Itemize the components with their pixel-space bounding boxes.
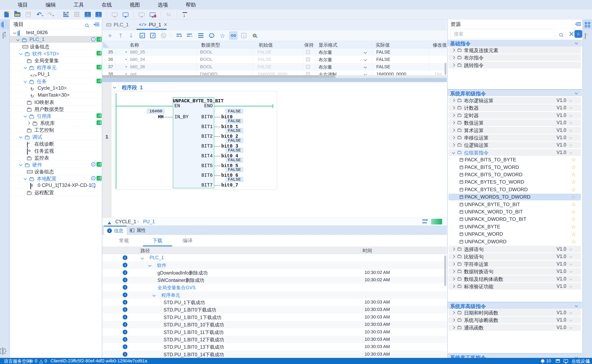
notifications-bell-icon[interactable] <box>541 359 544 362</box>
tree-item[interactable]: ↻MainTask<30> <box>10 91 102 98</box>
tree-item[interactable]: 程序单元✓ <box>10 64 102 71</box>
expand-icon[interactable] <box>452 99 455 102</box>
resource-function[interactable]: PACK_BITS_TO_BYTE☆ <box>448 156 581 163</box>
collapse-icon[interactable] <box>24 177 27 180</box>
project-search-button[interactable] <box>85 22 88 28</box>
menu-item[interactable]: 在线 <box>98 1 116 8</box>
chevron-down-icon[interactable] <box>569 318 572 322</box>
chevron-down-icon[interactable] <box>569 106 572 109</box>
tree-item[interactable]: 0 CPU_1[T324-XP-CD-10]✓ <box>10 182 102 189</box>
col-name[interactable]: 名称 <box>130 42 139 48</box>
tree-item[interactable]: 引用库✓ <box>10 112 102 119</box>
tree-item[interactable]: 本地配置✓✓ <box>10 175 102 182</box>
expand-icon[interactable] <box>452 318 455 322</box>
expand-icon[interactable] <box>452 326 455 329</box>
expand-icon[interactable] <box>452 136 455 139</box>
chevron-down-icon[interactable] <box>364 51 367 54</box>
expand-icon[interactable] <box>452 49 455 52</box>
tree-item[interactable]: test_0826 <box>10 29 102 36</box>
swap-view-icon[interactable] <box>422 219 428 224</box>
tree-item[interactable]: 全局变量集 <box>10 57 102 64</box>
resource-folder[interactable]: 比较语句V1.0 <box>448 253 581 260</box>
display-format-select[interactable]: 布尔量 <box>319 49 332 56</box>
chevron-down-icon[interactable] <box>575 41 578 45</box>
variable-init-value[interactable]: FALSE <box>258 49 271 55</box>
collapse-icon[interactable] <box>153 293 156 297</box>
resource-folder[interactable]: 日期和时间函数V1.0 <box>448 309 581 316</box>
tree-item[interactable]: 在线诊断 <box>10 140 102 147</box>
log-scrollbar-thumb[interactable] <box>444 255 446 286</box>
col-retain[interactable]: 保持 <box>304 42 314 48</box>
chevron-down-icon[interactable] <box>575 304 578 307</box>
favorite-star-icon[interactable]: ☆ <box>571 194 576 200</box>
col-modify[interactable]: 修改值 <box>433 42 447 48</box>
insert-row-button[interactable]: + <box>175 31 183 40</box>
tree-item[interactable]: IIOO设备组态 <box>10 43 102 50</box>
log-row[interactable]: iSTD.PU_1.BIT0_11下载成功10:30:03 AM <box>102 328 447 336</box>
resource-function[interactable]: PACK_BITS_TO_WORD☆ <box>448 164 581 171</box>
resource-function[interactable]: PACK_BYTES_TO_DWORD☆ <box>448 186 581 193</box>
variable-type[interactable]: BOOL <box>200 57 213 62</box>
expand-icon[interactable] <box>452 121 455 124</box>
log-row[interactable]: iSTD.PU_1.BIT0_12下载成功10:30:03 AM <box>102 336 447 343</box>
chevron-down-icon[interactable] <box>575 91 578 95</box>
favorite-star-icon[interactable]: ☆ <box>571 156 576 163</box>
tree-item[interactable]: </>PU_1 <box>10 71 102 78</box>
zoom-search-button[interactable] <box>250 31 259 40</box>
chevron-down-icon[interactable] <box>569 151 572 154</box>
tree-item[interactable]: 硬件✓✓ <box>10 161 102 168</box>
move-up-button[interactable]: ↑ <box>116 31 125 40</box>
resource-folder[interactable]: 通讯函数V1.0 <box>448 324 581 331</box>
tree-item[interactable]: ↻Cycle_1<10> <box>10 84 102 91</box>
menu-item[interactable]: 视图 <box>126 1 144 8</box>
switch-button[interactable]: ⇆ <box>165 11 172 18</box>
variable-type[interactable]: BOOL <box>200 49 213 55</box>
tree-item[interactable]: 软件 <STD>✓ <box>10 50 102 57</box>
resource-folder[interactable]: 数值运算V1.0 <box>448 119 581 126</box>
log-row[interactable]: iPLC_1 <box>102 254 447 261</box>
display-format-select[interactable]: 布尔量 <box>319 57 332 63</box>
tree-item[interactable]: 用户数据类型 <box>10 105 102 112</box>
variable-row[interactable]: 36•bit0_34BOOLFALSE布尔量FALSE <box>102 56 447 63</box>
chevron-down-icon[interactable] <box>569 247 572 251</box>
collapse-icon[interactable] <box>452 151 455 154</box>
favorite-star-icon[interactable]: ☆ <box>571 186 576 193</box>
favorite-star-icon[interactable]: ☆ <box>571 223 576 230</box>
chevron-down-icon[interactable] <box>569 114 572 117</box>
tab-plc-1[interactable]: IIOO PLC_1 <box>106 20 129 30</box>
collapse-icon[interactable] <box>148 264 152 267</box>
chevron-down-icon[interactable] <box>569 136 572 139</box>
subtab-download[interactable]: 下载 <box>153 237 162 244</box>
tab-pu-1[interactable]: </> PU_1 ✕ <box>139 20 167 30</box>
resource-folder[interactable]: 算术运算V1.0 <box>448 127 581 134</box>
project-explorer-button[interactable] <box>3 22 3 28</box>
resource-library-button[interactable] <box>585 22 590 27</box>
resource-folder[interactable]: 数组及结构体函数V1.0 <box>448 276 581 282</box>
variable-init-value[interactable]: FALSE <box>258 57 271 62</box>
variable-name[interactable]: bit0_35 <box>130 49 145 55</box>
download-block-button[interactable]: ↓ <box>239 31 248 40</box>
chevron-down-icon[interactable] <box>569 128 572 131</box>
chevron-down-icon[interactable] <box>569 311 572 314</box>
table-corner-icon[interactable] <box>103 42 109 48</box>
expand-icon[interactable] <box>452 311 455 314</box>
horizontal-scrollbar-thumb[interactable] <box>102 75 335 78</box>
log-row[interactable]: iSTD.PU_1.BIT0_13下载成功10:30:03 AM <box>102 343 447 351</box>
resource-folder[interactable]: 常规及连接元素 <box>448 47 581 53</box>
menu-item[interactable]: 帮助 <box>182 1 200 8</box>
device-monitor-stop-button[interactable] <box>149 11 156 18</box>
subtab-general[interactable]: 常规 <box>119 237 129 244</box>
collapse-icon[interactable] <box>24 80 27 83</box>
retain-checkbox[interactable] <box>306 57 310 61</box>
retain-checkbox[interactable] <box>306 65 310 69</box>
resource-folder[interactable]: 跳转指令 <box>448 62 581 68</box>
vertical-scrollbar-thumb[interactable] <box>445 63 446 75</box>
col-path[interactable]: 路径 <box>140 247 150 254</box>
download-to-plc-button[interactable]: IIOO <box>84 11 91 18</box>
log-row[interactable]: i全局变量集合GVS <box>102 284 447 291</box>
resource-function[interactable]: UNPACK_WORD_TO_BIT☆ <box>448 208 581 215</box>
resource-search-input[interactable] <box>451 30 554 38</box>
collapse-icon[interactable] <box>141 256 144 260</box>
export-button[interactable]: ↗ <box>148 31 157 40</box>
device-monitor-button[interactable] <box>138 11 145 18</box>
